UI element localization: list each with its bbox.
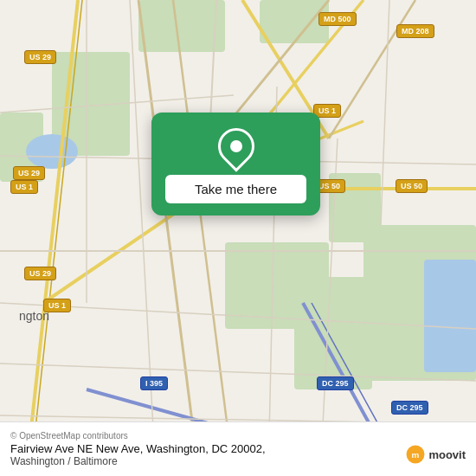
address-text: Fairview Ave NE New Ave, Washington, DC … <box>10 442 266 455</box>
svg-rect-7 <box>138 0 225 52</box>
badge-md500: MD 500 <box>318 12 357 26</box>
badge-dc295-1: DC 295 <box>317 376 354 390</box>
badge-us29-3: US 29 <box>24 267 56 280</box>
badge-md208: MD 208 <box>396 24 434 38</box>
moovit-text: moovit <box>428 448 466 461</box>
badge-us1-2: US 1 <box>43 299 71 312</box>
bottom-bar: © OpenStreetMap contributors Fairview Av… <box>0 421 476 476</box>
badge-dc295-2: DC 295 <box>391 401 428 415</box>
svg-text:m: m <box>412 450 420 460</box>
moovit-icon: m <box>406 445 425 464</box>
badge-us29-1: US 29 <box>24 50 56 64</box>
attribution-text: © OpenStreetMap contributors <box>10 431 466 441</box>
moovit-logo: m moovit <box>406 445 466 464</box>
region-text: Washington / Baltimore <box>10 455 266 467</box>
take-me-there-button[interactable]: Take me there <box>165 175 306 203</box>
svg-point-9 <box>26 134 78 169</box>
location-pin-icon <box>210 120 261 171</box>
svg-rect-4 <box>294 277 372 389</box>
badge-us1-1: US 1 <box>10 180 38 194</box>
map-container: ngton US 29 US 29 US 29 US 1 US 1 MD 500… <box>0 0 476 476</box>
badge-i395: I 395 <box>140 376 168 390</box>
badge-us29-2: US 29 <box>13 166 45 180</box>
badge-us50-2: US 50 <box>396 179 428 193</box>
location-card: Take me there <box>151 113 320 215</box>
svg-rect-10 <box>424 260 476 372</box>
